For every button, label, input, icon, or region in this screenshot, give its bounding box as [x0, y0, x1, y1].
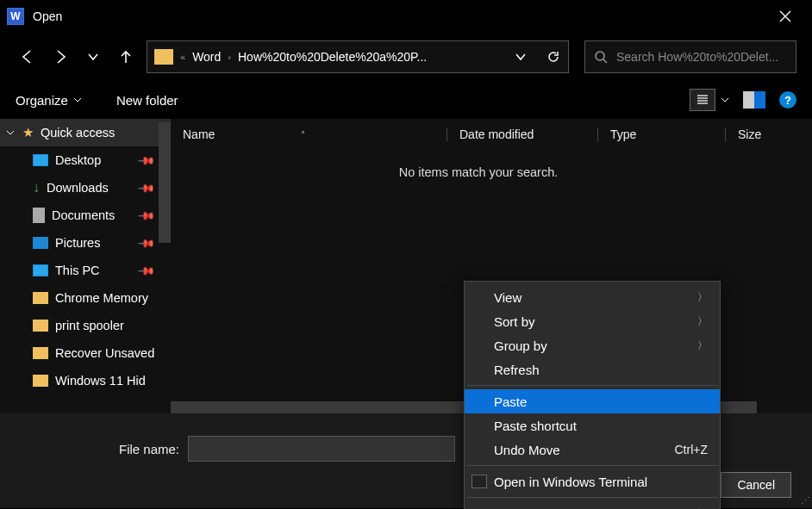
resize-grip-icon[interactable]: ⋰ [801, 495, 810, 506]
ctx-terminal[interactable]: Open in Windows Terminal [465, 469, 720, 493]
sidebar-item-chrome[interactable]: Chrome Memory [0, 284, 171, 312]
sidebar-item-print[interactable]: print spooler [0, 312, 171, 339]
breadcrumb-word[interactable]: Word [192, 50, 221, 64]
sidebar-scrollbar[interactable] [159, 122, 171, 243]
preview-pane-button[interactable] [743, 91, 765, 109]
shortcut-label: Ctrl+Z [675, 443, 709, 456]
up-button[interactable] [114, 45, 138, 69]
chevron-right-icon: 〉 [697, 290, 708, 305]
cancel-button[interactable]: Cancel [721, 472, 791, 498]
column-name[interactable]: Name˄ [171, 127, 447, 141]
sidebar-item-label: Downloads [47, 181, 109, 195]
recent-dropdown[interactable] [81, 45, 105, 69]
terminal-icon [472, 475, 487, 488]
pc-icon [33, 264, 48, 276]
separator [466, 465, 718, 466]
empty-message: No items match your search. [171, 165, 812, 179]
pictures-icon [33, 237, 48, 249]
download-icon: ↓ [33, 180, 40, 196]
close-button[interactable] [765, 3, 805, 29]
pin-icon: 📌 [137, 261, 156, 280]
sidebar-item-pictures[interactable]: Pictures📌 [0, 229, 171, 257]
search-placeholder: Search How%20to%20Delet... [616, 50, 778, 64]
star-icon: ★ [22, 125, 34, 140]
chevron-right-icon: 〉 [697, 506, 708, 510]
back-button[interactable] [16, 45, 40, 69]
ctx-undo-move[interactable]: Undo MoveCtrl+Z [465, 438, 720, 462]
column-date[interactable]: Date modified [447, 127, 597, 141]
ctx-groupby[interactable]: Group by〉 [465, 333, 720, 357]
titlebar: W Open [0, 0, 812, 33]
folder-icon [33, 347, 48, 359]
column-headers: Name˄ Date modified Type Size [171, 119, 812, 150]
word-app-icon: W [7, 8, 24, 25]
folder-icon [33, 320, 48, 332]
sidebar-item-desktop[interactable]: Desktop📌 [0, 146, 171, 174]
folder-icon [33, 375, 48, 387]
sidebar-item-label: Chrome Memory [55, 291, 148, 305]
svg-point-0 [596, 52, 604, 60]
toolbar: Organize New folder ? [0, 81, 812, 119]
sidebar-item-label: This PC [55, 264, 100, 277]
filename-label: File name: [119, 442, 179, 456]
forward-button[interactable] [48, 45, 72, 69]
address-bar[interactable]: « Word › How%20to%20Delete%20a%20P... [147, 40, 569, 73]
help-button[interactable]: ? [779, 91, 796, 109]
sidebar-item-thispc[interactable]: This PC📌 [0, 257, 171, 284]
column-type[interactable]: Type [597, 127, 725, 141]
view-mode-button[interactable] [690, 89, 729, 111]
column-size[interactable]: Size [725, 127, 812, 141]
sidebar-item-label: Recover Unsaved [55, 346, 154, 360]
sidebar-quick-access[interactable]: ★ Quick access [0, 119, 171, 146]
breadcrumb-current[interactable]: How%20to%20Delete%20a%20P... [238, 50, 427, 64]
pin-icon: 📌 [137, 151, 156, 170]
chevron-right-icon: 〉 [697, 314, 708, 329]
ctx-refresh[interactable]: Refresh [465, 357, 720, 382]
ctx-give-access[interactable]: Give access to〉 [465, 501, 720, 509]
sidebar-item-label: Quick access [41, 126, 115, 140]
organize-button[interactable]: Organize [16, 93, 82, 108]
sidebar-item-win11[interactable]: Windows 11 Hid [0, 367, 171, 394]
sidebar: ★ Quick access Desktop📌 ↓Downloads📌 Docu… [0, 119, 171, 413]
folder-icon [33, 292, 48, 304]
sort-asc-icon: ˄ [301, 130, 305, 140]
search-icon [594, 50, 608, 64]
ctx-paste[interactable]: Paste [465, 389, 720, 413]
chevron-right-icon: › [228, 52, 231, 62]
sidebar-item-label: print spooler [55, 319, 124, 332]
filename-input[interactable] [188, 436, 455, 462]
pin-icon: 📌 [137, 206, 156, 225]
pin-icon: 📌 [137, 233, 156, 252]
context-menu: View〉 Sort by〉 Group by〉 Refresh Paste P… [464, 281, 721, 509]
new-folder-button[interactable]: New folder [116, 93, 178, 108]
pin-icon: 📌 [137, 178, 156, 197]
chevron-left-icon: « [180, 52, 185, 62]
path-dropdown-icon[interactable] [515, 51, 527, 63]
sidebar-item-label: Documents [52, 208, 115, 222]
ctx-sortby[interactable]: Sort by〉 [465, 309, 720, 333]
sidebar-item-documents[interactable]: Documents📌 [0, 202, 171, 229]
folder-icon [154, 49, 173, 65]
desktop-icon [33, 154, 48, 166]
chevron-down-icon [5, 127, 16, 138]
sidebar-item-label: Desktop [55, 153, 101, 167]
search-input[interactable]: Search How%20to%20Delet... [584, 40, 796, 73]
document-icon [33, 208, 45, 223]
list-view-icon [690, 89, 715, 111]
window-title: Open [33, 9, 62, 23]
nav-bar: « Word › How%20to%20Delete%20a%20P... Se… [0, 33, 812, 81]
ctx-paste-shortcut[interactable]: Paste shortcut [465, 413, 720, 438]
sidebar-item-label: Windows 11 Hid [55, 374, 146, 388]
sidebar-item-downloads[interactable]: ↓Downloads📌 [0, 174, 171, 202]
sidebar-item-label: Pictures [55, 236, 100, 250]
refresh-icon[interactable] [546, 49, 561, 65]
separator [466, 385, 718, 386]
ctx-view[interactable]: View〉 [465, 285, 720, 309]
separator [466, 497, 718, 498]
chevron-right-icon: 〉 [697, 338, 708, 353]
sidebar-item-recover[interactable]: Recover Unsaved [0, 339, 171, 367]
